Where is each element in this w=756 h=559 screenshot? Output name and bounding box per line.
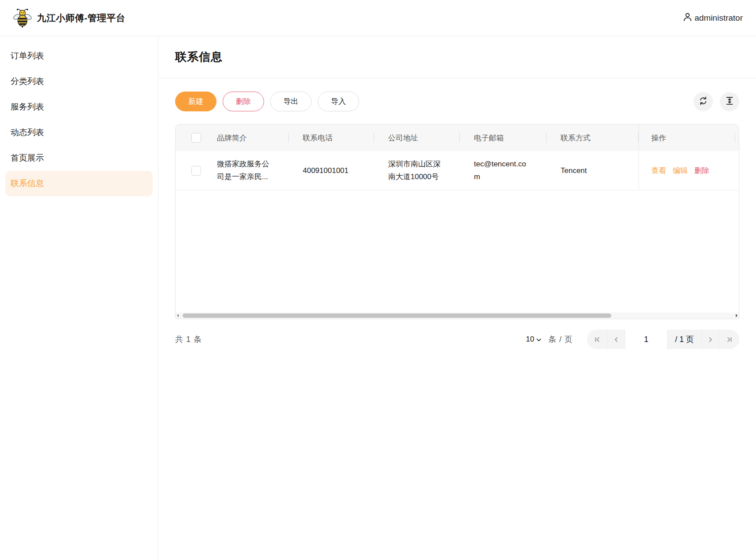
scroll-left-arrow[interactable]	[177, 314, 179, 317]
cell-phone: 40091001001	[303, 166, 349, 175]
next-page-button[interactable]	[701, 330, 719, 349]
cell-email: tec@tencent.com	[474, 158, 532, 183]
last-page-button[interactable]	[719, 330, 739, 349]
column-header-address: 公司地址	[374, 125, 460, 151]
total-count-label: 共 1 条	[175, 334, 202, 345]
column-header-phone: 联系电话	[289, 125, 374, 151]
chevron-down-icon	[536, 335, 541, 343]
fit-height-icon	[725, 96, 734, 107]
sidebar-item-label: 首页展示	[11, 152, 44, 164]
page-title: 联系信息	[175, 49, 739, 65]
column-header-brand: 品牌简介	[203, 125, 289, 151]
delete-row-link[interactable]: 删除	[694, 165, 709, 176]
edit-link[interactable]: 编辑	[673, 165, 688, 176]
sidebar-item-categories[interactable]: 分类列表	[5, 69, 153, 94]
scroll-right-arrow[interactable]	[736, 314, 738, 317]
delete-button[interactable]: 删除	[223, 92, 264, 111]
first-page-button[interactable]	[587, 330, 607, 349]
table-empty-area	[176, 191, 739, 313]
sidebar-item-news[interactable]: 动态列表	[5, 120, 153, 145]
column-header-actions: 操作	[639, 125, 739, 151]
sidebar-item-label: 订单列表	[11, 50, 44, 62]
pagination-bar: 共 1 条 10 条 / 页	[175, 330, 739, 349]
topbar: 九江小师傅-管理平台 administrator	[0, 0, 756, 36]
page-size-value: 10	[526, 335, 534, 344]
sidebar-item-label: 联系信息	[11, 178, 44, 189]
contacts-table: 品牌简介 联系电话 公司地址 电子邮箱 联系方式 操作 微搭家政服务公司是一家亲…	[175, 124, 739, 319]
page-count-label: / 1 页	[667, 330, 701, 349]
toolbar: 新建 删除 导出 导入	[175, 92, 739, 111]
horizontal-scrollbar[interactable]	[176, 313, 739, 319]
sidebar-item-orders[interactable]: 订单列表	[5, 43, 153, 69]
sidebar-item-homepage[interactable]: 首页展示	[5, 145, 153, 171]
page-number-input[interactable]	[627, 335, 666, 344]
table-header-row: 品牌简介 联系电话 公司地址 电子邮箱 联系方式 操作	[176, 125, 739, 151]
cell-brand: 微搭家政服务公司是一家亲民...	[217, 158, 272, 183]
cell-address: 深圳市南山区深南大道10000号	[388, 158, 443, 183]
sidebar-item-label: 分类列表	[11, 76, 44, 87]
per-page-label: 条 / 页	[548, 334, 573, 345]
create-button[interactable]: 新建	[175, 92, 217, 111]
refresh-button[interactable]	[694, 92, 713, 111]
user-name: administrator	[694, 13, 743, 23]
view-link[interactable]: 查看	[651, 165, 666, 176]
user-icon	[683, 12, 693, 24]
row-checkbox[interactable]	[191, 166, 201, 176]
column-header-email: 电子邮箱	[460, 125, 547, 151]
sidebar-item-label: 动态列表	[11, 127, 44, 138]
import-button[interactable]: 导入	[318, 92, 359, 111]
user-menu[interactable]: administrator	[683, 12, 743, 24]
export-button[interactable]: 导出	[270, 92, 312, 111]
sidebar-item-services[interactable]: 服务列表	[5, 94, 153, 120]
main-content: 联系信息 新建 删除 导出 导入	[158, 36, 756, 559]
sidebar-item-contact-info[interactable]: 联系信息	[5, 171, 153, 196]
scrollbar-thumb[interactable]	[183, 313, 611, 318]
bee-logo	[13, 7, 32, 29]
previous-page-button[interactable]	[607, 330, 625, 349]
cell-contact: Tencent	[561, 166, 587, 175]
sidebar: 订单列表 分类列表 服务列表 动态列表 首页展示 联系信息	[0, 36, 158, 559]
app-title: 九江小师傅-管理平台	[37, 12, 125, 24]
page-header: 联系信息	[158, 36, 756, 78]
table-row: 微搭家政服务公司是一家亲民... 40091001001 深圳市南山区深南大道1…	[176, 151, 739, 191]
page-number-field[interactable]	[625, 330, 667, 349]
refresh-icon	[698, 96, 708, 107]
select-all-checkbox[interactable]	[191, 133, 201, 143]
sidebar-item-label: 服务列表	[11, 101, 44, 113]
pagination-control: / 1 页	[587, 330, 739, 349]
fit-height-button[interactable]	[720, 92, 739, 111]
page-size-select[interactable]: 10	[526, 335, 541, 344]
column-header-contact: 联系方式	[547, 125, 639, 151]
